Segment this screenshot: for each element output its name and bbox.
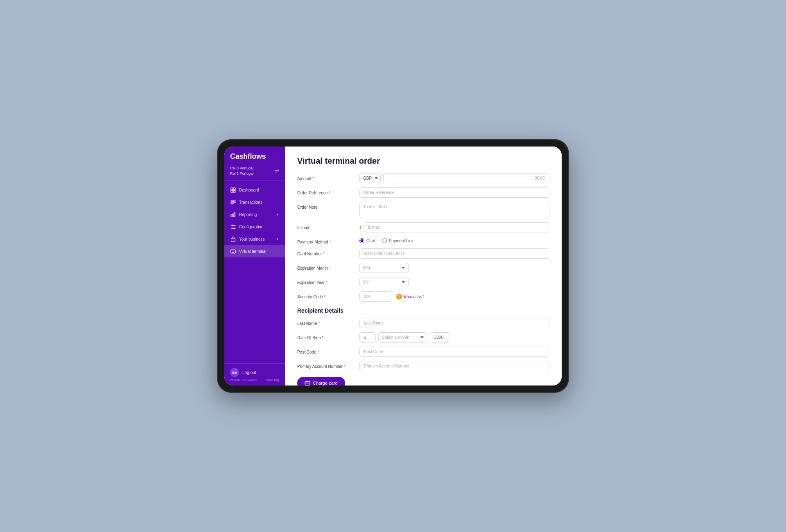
order-reference-row: Order Reference * xyxy=(297,187,549,198)
recipient-details-heading: Recipient Details xyxy=(297,307,549,314)
order-reference-control xyxy=(359,187,549,198)
dashboard-icon xyxy=(230,187,236,193)
expiration-year-select[interactable]: YY 2425262728 xyxy=(359,277,409,287)
sidebar-bottom: BB Log out Version: 18.1.0-6223 Report B… xyxy=(224,363,285,385)
expiration-year-row: Expiration Year * YY 2425262728 xyxy=(297,277,549,287)
amount-label: Amount * xyxy=(297,173,355,181)
svg-point-11 xyxy=(233,228,234,228)
expiration-year-label: Expiration Year * xyxy=(297,277,355,285)
currency-select[interactable]: GBP EUR USD xyxy=(359,173,381,183)
svg-rect-4 xyxy=(230,201,235,201)
svg-rect-1 xyxy=(233,188,235,190)
expiration-month-row: Expiration Month * MM 01020304 05060708 … xyxy=(297,263,549,273)
virtual-terminal-form: Amount * GBP EUR USD xyxy=(297,173,549,385)
what-is-this-link[interactable]: ? What is this? xyxy=(396,294,425,300)
dob-month-select[interactable]: Select a month JanuaryFebruaryMarch Apri… xyxy=(378,332,427,343)
email-control: ℹ xyxy=(359,222,549,232)
order-reference-input[interactable] xyxy=(359,187,549,198)
svg-rect-2 xyxy=(230,190,233,192)
card-number-control xyxy=(359,248,549,259)
charge-card-button[interactable]: Charge card xyxy=(297,377,345,385)
last-name-input[interactable] xyxy=(359,318,549,328)
card-label: Card xyxy=(366,239,375,243)
reporting-icon xyxy=(230,212,236,217)
swap-icon: ⇄ xyxy=(275,168,279,174)
tablet-frame: Cashflows Rel 3 Portugal Rel 3 Portugal … xyxy=(217,139,569,393)
page-title: Virtual terminal order xyxy=(297,156,549,166)
amount-control: GBP EUR USD xyxy=(359,173,549,183)
order-note-control xyxy=(359,202,549,218)
primary-account-number-control xyxy=(359,361,549,371)
expiration-month-select[interactable]: MM 01020304 05060708 09101112 xyxy=(359,263,409,273)
last-name-label: Last Name * xyxy=(297,318,355,326)
primary-account-number-label: Primary Account Number * xyxy=(297,361,355,369)
charge-icon xyxy=(305,380,310,385)
sidebar-item-your-business[interactable]: Your business ▼ xyxy=(224,233,285,245)
payment-method-link[interactable]: Payment Link xyxy=(382,238,414,243)
account-name: Rel 3 Portugal Rel 3 Portugal xyxy=(230,166,253,176)
payment-method-row: Payment Method * Card Payment Link xyxy=(297,237,549,244)
order-note-row: Order Note xyxy=(297,202,549,218)
svg-rect-5 xyxy=(230,202,235,203)
dob-row: Date Of Birth * Select a month JanuaryFe… xyxy=(297,332,549,343)
security-code-label: Security Code * xyxy=(297,291,355,299)
payment-link-label: Payment Link xyxy=(389,239,414,243)
primary-account-number-row: Primary Account Number * xyxy=(297,361,549,371)
post-code-row: Post Code * xyxy=(297,347,549,357)
card-number-label: Card Number * xyxy=(297,248,355,256)
security-code-input[interactable] xyxy=(359,291,392,302)
sidebar-item-reporting[interactable]: Reporting ▼ xyxy=(224,208,285,221)
payment-method-control: Card Payment Link xyxy=(359,237,549,243)
sidebar-item-dashboard[interactable]: Dashboard xyxy=(224,184,285,196)
account-switcher[interactable]: Rel 3 Portugal Rel 3 Portugal ⇄ xyxy=(224,164,285,180)
order-note-input[interactable] xyxy=(359,202,549,218)
svg-rect-9 xyxy=(234,212,235,217)
amount-row: Amount * GBP EUR USD xyxy=(297,173,549,183)
transactions-icon xyxy=(230,199,236,205)
svg-point-10 xyxy=(232,225,233,226)
main-content: Virtual terminal order Amount * GBP EUR … xyxy=(285,147,562,385)
dob-day-input[interactable] xyxy=(359,332,376,343)
expiration-year-control: YY 2425262728 xyxy=(359,277,549,287)
sidebar-nav: Dashboard Transactions Reporting ▼ xyxy=(224,180,285,363)
primary-account-number-input[interactable] xyxy=(359,361,549,371)
amount-input[interactable] xyxy=(383,173,549,183)
post-code-label: Post Code * xyxy=(297,347,355,354)
sidebar-item-transactions[interactable]: Transactions xyxy=(224,196,285,208)
svg-rect-8 xyxy=(232,214,233,217)
svg-rect-3 xyxy=(233,190,235,192)
security-code-control: ? What is this? xyxy=(359,291,549,302)
what-is-this-label: What is this? xyxy=(403,295,425,299)
logout-button[interactable]: BB Log out xyxy=(230,368,279,377)
sidebar-item-virtual-terminal[interactable]: Virtual terminal xyxy=(224,245,285,257)
avatar: BB xyxy=(230,368,239,377)
email-input[interactable] xyxy=(364,222,549,232)
virtual-terminal-icon xyxy=(230,248,236,254)
security-code-row: Security Code * ? What is this? xyxy=(297,291,549,302)
payment-method-card[interactable]: Card xyxy=(359,238,375,243)
last-name-row: Last Name * xyxy=(297,318,549,328)
email-row: E-mail ℹ xyxy=(297,222,549,232)
dob-control: Select a month JanuaryFebruaryMarch Apri… xyxy=(359,332,549,343)
order-reference-label: Order Reference * xyxy=(297,187,355,195)
email-label: E-mail xyxy=(297,222,355,230)
version-text: Version: 18.1.0-6223 xyxy=(230,379,257,381)
info-icon[interactable]: ℹ xyxy=(359,225,361,230)
sidebar-item-label: Configuration xyxy=(239,225,279,229)
sidebar-item-configuration[interactable]: Configuration xyxy=(224,221,285,233)
svg-rect-7 xyxy=(230,214,231,217)
chevron-down-icon: ▼ xyxy=(276,213,279,216)
dob-label: Date Of Birth * xyxy=(297,332,355,340)
charge-button-label: Charge card xyxy=(313,381,338,385)
sidebar-item-label: Virtual terminal xyxy=(239,249,279,254)
svg-rect-12 xyxy=(231,239,235,241)
dob-year-input[interactable] xyxy=(430,332,450,343)
post-code-input[interactable] xyxy=(359,347,549,357)
svg-rect-0 xyxy=(230,188,233,190)
last-name-control xyxy=(359,318,549,328)
report-bug-link[interactable]: Report Bug xyxy=(265,379,279,381)
svg-rect-15 xyxy=(305,382,310,385)
payment-method-label: Payment Method * xyxy=(297,237,355,244)
expiration-month-label: Expiration Month * xyxy=(297,263,355,271)
card-number-input[interactable] xyxy=(359,248,549,259)
